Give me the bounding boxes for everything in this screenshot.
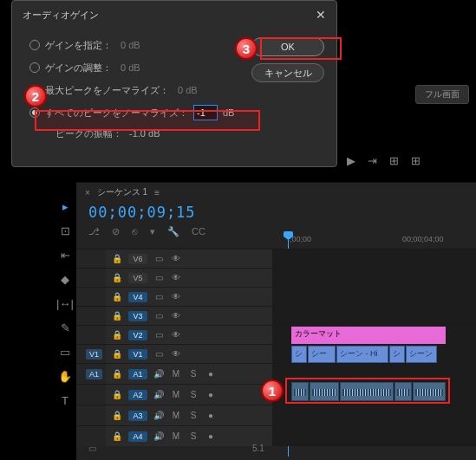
lock-icon[interactable]: 🔒 <box>111 311 123 321</box>
step-icon[interactable]: ⇥ <box>368 154 377 167</box>
eye-icon[interactable]: 👁 <box>170 311 182 321</box>
lane-v6[interactable] <box>272 249 476 268</box>
time-ruler[interactable]: ;00;00 00;00;04;00 <box>272 235 476 249</box>
toggle-icon[interactable]: ▭ <box>153 311 165 321</box>
dialog-title: オーディオゲイン <box>23 9 99 22</box>
lock-icon[interactable]: 🔒 <box>111 330 123 340</box>
current-timecode[interactable]: 00;00;09;15 <box>76 202 476 223</box>
cc-icon[interactable]: CC <box>192 226 205 237</box>
lock-icon[interactable]: 🔒 <box>111 390 123 399</box>
video-clip[interactable]: シ <box>389 346 405 363</box>
track-a2[interactable]: A2 <box>128 390 147 400</box>
ripple-tool[interactable]: ⇤ <box>56 246 74 263</box>
lock-icon[interactable]: 🔒 <box>111 273 123 282</box>
speaker-icon[interactable]: 🔊 <box>153 411 165 420</box>
lock-icon[interactable]: 🔒 <box>111 292 123 301</box>
eye-icon[interactable]: 👁 <box>170 273 182 282</box>
mute-button[interactable]: M <box>170 411 182 420</box>
value-set-gain: 0 dB <box>121 40 140 50</box>
master-track-icon[interactable]: ▭ <box>88 444 96 453</box>
cancel-button[interactable]: キャンセル <box>251 63 324 82</box>
eye-icon[interactable]: 👁 <box>170 330 182 340</box>
snap-icon[interactable]: ⎇ <box>88 226 100 237</box>
solo-button[interactable]: S <box>187 390 199 399</box>
type-tool[interactable]: T <box>56 392 74 409</box>
track-select-tool[interactable]: ⊡ <box>56 222 74 239</box>
toggle-icon[interactable]: ▭ <box>153 330 165 340</box>
seq-close-icon[interactable]: × <box>85 188 90 198</box>
lock-icon[interactable]: 🔒 <box>111 349 123 359</box>
close-icon[interactable]: ✕ <box>316 8 326 22</box>
solo-button[interactable]: S <box>187 369 199 379</box>
label-set-gain: ゲインを指定： <box>45 39 112 52</box>
lane-v4[interactable] <box>272 288 476 306</box>
speaker-icon[interactable]: 🔊 <box>153 369 165 379</box>
rec-button[interactable]: ● <box>205 369 217 379</box>
seq-menu-icon[interactable]: ≡ <box>154 188 160 198</box>
toggle-icon[interactable]: ▭ <box>153 254 165 263</box>
video-clip[interactable]: シ <box>291 346 307 363</box>
audio-clip[interactable] <box>394 382 412 401</box>
radio-set-gain[interactable] <box>29 40 40 50</box>
track-v3[interactable]: V3 <box>128 311 147 321</box>
razor-tool[interactable]: ◆ <box>56 270 74 288</box>
speaker-icon[interactable]: 🔊 <box>153 390 165 399</box>
src-a1[interactable]: A1 <box>86 369 102 379</box>
add-marker-icon[interactable]: ⊞ <box>389 154 399 167</box>
track-v2[interactable]: V2 <box>128 330 147 340</box>
video-clip[interactable]: シーン - Hi <box>336 346 388 363</box>
pen-tool[interactable]: ✎ <box>56 319 74 336</box>
lock-icon[interactable]: 🔒 <box>111 411 123 420</box>
callout-1: 1 <box>261 379 284 402</box>
rect-tool[interactable]: ▭ <box>56 343 74 360</box>
lane-v5[interactable] <box>272 269 476 287</box>
rec-button[interactable]: ● <box>205 411 217 420</box>
clip-colormat[interactable]: カラーマット <box>291 327 446 344</box>
toggle-icon[interactable]: ▭ <box>153 273 165 282</box>
toggle-icon[interactable]: ▭ <box>153 349 165 359</box>
audio-clip[interactable] <box>291 382 309 401</box>
input-norm-all[interactable] <box>193 105 218 120</box>
track-v1[interactable]: V1 <box>128 349 147 360</box>
callout-3: 3 <box>235 37 258 60</box>
lane-a3[interactable] <box>272 405 476 425</box>
src-v1[interactable]: V1 <box>86 349 102 360</box>
radio-norm-all[interactable] <box>29 107 40 118</box>
eye-icon[interactable]: 👁 <box>170 292 182 301</box>
solo-button[interactable]: S <box>187 411 199 420</box>
ok-button[interactable]: OK <box>251 37 324 56</box>
lane-a4[interactable] <box>272 426 476 446</box>
mute-button[interactable]: M <box>170 369 182 379</box>
mute-button[interactable]: M <box>170 390 182 399</box>
sequence-name[interactable]: シーケンス 1 <box>97 186 147 198</box>
rec-button[interactable]: ● <box>205 390 217 399</box>
track-v4[interactable]: V4 <box>128 292 147 302</box>
toggle-icon[interactable]: ▭ <box>153 292 165 301</box>
slip-tool[interactable]: |↔| <box>56 295 74 312</box>
add-marker2-icon[interactable]: ⊞ <box>411 154 421 167</box>
track-a1[interactable]: A1 <box>128 369 147 379</box>
track-v5[interactable]: V5 <box>128 273 147 283</box>
audio-clip[interactable] <box>340 382 394 401</box>
track-a3[interactable]: A3 <box>128 411 147 421</box>
eye-icon[interactable]: 👁 <box>170 254 182 263</box>
magnet-icon[interactable]: ⎋ <box>132 226 138 237</box>
wrench-icon[interactable]: 🔧 <box>167 226 179 237</box>
lane-a1[interactable] <box>272 364 476 384</box>
track-v6[interactable]: V6 <box>128 254 147 264</box>
lock-icon[interactable]: 🔒 <box>111 254 123 263</box>
fullscreen-button[interactable]: フル画面 <box>415 85 469 104</box>
hand-tool[interactable]: ✋ <box>56 367 74 385</box>
audio-clip[interactable] <box>413 382 446 401</box>
lock-icon[interactable]: 🔒 <box>111 369 123 379</box>
radio-adjust-gain[interactable] <box>29 62 40 73</box>
link-icon[interactable]: ⊘ <box>112 226 120 237</box>
eye-icon[interactable]: 👁 <box>170 349 182 359</box>
video-clip[interactable]: シー <box>308 346 336 363</box>
selection-tool[interactable]: ▸ <box>56 198 74 215</box>
play-icon[interactable]: ▶ <box>347 154 355 167</box>
marker-icon[interactable]: ▾ <box>150 226 155 237</box>
video-clip[interactable]: シーン <box>406 346 437 363</box>
audio-clip[interactable] <box>310 382 339 401</box>
lane-v3[interactable] <box>272 307 476 325</box>
